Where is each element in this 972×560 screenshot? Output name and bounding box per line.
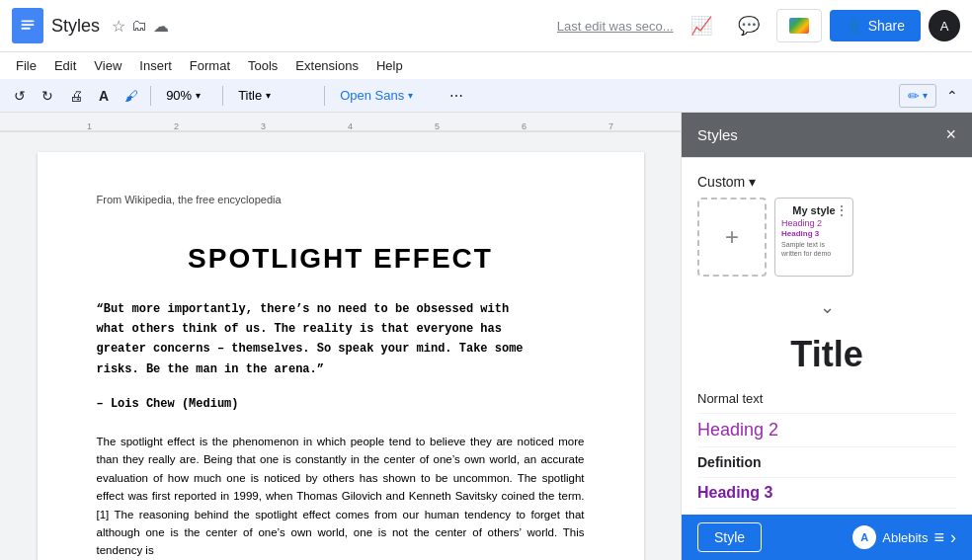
chat-icon[interactable]: 💬: [729, 6, 769, 45]
ruler-mark-3: 3: [261, 121, 266, 131]
undo-button[interactable]: ↺: [8, 84, 32, 108]
font-chevron: ▾: [408, 90, 413, 101]
cloud-icon[interactable]: ☁: [153, 17, 169, 36]
menu-file[interactable]: File: [8, 54, 44, 77]
style-normal-label: Normal text: [697, 391, 763, 406]
avatar: A: [929, 10, 960, 41]
toolbar-right: ✏ ▾ ⌃: [899, 84, 964, 108]
style-card-more-icon[interactable]: ⋮: [835, 202, 849, 218]
custom-chevron-icon: ▾: [749, 174, 756, 190]
doc-main-title: SPOTLIGHT EFFECT: [97, 238, 585, 280]
app-icon: [12, 8, 43, 43]
panel-chevron-right-icon[interactable]: ›: [950, 527, 956, 548]
style-value: Title: [238, 88, 262, 103]
menu-insert[interactable]: Insert: [131, 54, 180, 77]
share-icon: 👤: [846, 18, 862, 34]
style-card-h2: Heading 2: [781, 218, 847, 228]
expand-section[interactable]: ⌄: [682, 288, 972, 326]
ruler-mark-5: 5: [435, 121, 440, 131]
ruler-mark-1: 1: [87, 121, 92, 131]
panel-title: Styles: [697, 126, 945, 143]
doc-author: – Lois Chew (Medium): [97, 395, 585, 413]
ruler-mark-7: 7: [608, 121, 613, 131]
style-item-normal[interactable]: Normal text: [697, 383, 956, 414]
style-select[interactable]: Title ▾: [229, 83, 318, 108]
doc-area: 1 2 3 4 5 6 7 From Wikipedia, the free e…: [0, 113, 681, 560]
zoom-chevron: ▾: [196, 90, 201, 101]
meet-icon: [789, 18, 809, 34]
menu-edit[interactable]: Edit: [46, 54, 84, 77]
style-card-sample: Sample text is written for demo: [781, 240, 847, 258]
toolbar: ↺ ↻ 🖨 A 🖌 90% ▾ Title ▾ Open Sans ▾ ⋯ ✏ …: [0, 79, 972, 113]
styles-panel: Styles × Custom ▾ + ⋮: [681, 113, 972, 560]
menu-extensions[interactable]: Extensions: [287, 54, 366, 77]
folder-icon[interactable]: 🗂: [131, 17, 147, 35]
svg-rect-3: [22, 28, 31, 30]
spellcheck-button[interactable]: A: [93, 84, 115, 108]
style-cards: + ⋮ My style Heading 2 Heading 3 Sample …: [697, 198, 956, 277]
custom-row: Custom ▾: [697, 174, 956, 190]
star-icon[interactable]: ☆: [112, 17, 125, 36]
ablebits-label: Ablebits: [882, 530, 928, 545]
menu-tools[interactable]: Tools: [240, 54, 285, 77]
menu-format[interactable]: Format: [182, 54, 238, 77]
panel-bottom-bar: Style A Ablebits ≡ ›: [682, 515, 972, 560]
ruler-mark-4: 4: [348, 121, 353, 131]
menu-help[interactable]: Help: [368, 54, 411, 77]
ruler: 1 2 3 4 5 6 7: [0, 113, 681, 132]
meet-button[interactable]: [776, 9, 822, 42]
collapse-toolbar-button[interactable]: ⌃: [940, 84, 964, 108]
menu-view[interactable]: View: [86, 54, 129, 77]
font-value: Open Sans: [340, 88, 404, 103]
svg-rect-2: [22, 24, 35, 26]
last-edit-text: Last edit was seco...: [557, 19, 674, 34]
toolbar-divider-1: [150, 86, 151, 106]
style-list: Title Normal text Heading 2 Definition H…: [682, 326, 972, 515]
style-item-definition[interactable]: Definition: [697, 447, 956, 478]
add-icon: +: [725, 223, 739, 251]
style-h2-label: Heading 2: [697, 420, 778, 440]
doc-body: The spotlight effect is the phenomenon i…: [97, 433, 585, 560]
more-button[interactable]: ⋯: [444, 84, 469, 108]
panel-close-button[interactable]: ×: [945, 124, 956, 145]
svg-rect-1: [22, 20, 35, 22]
ruler-mark-2: 2: [174, 121, 179, 131]
custom-dropdown[interactable]: Custom ▾: [697, 174, 756, 190]
title-style-preview: Title: [697, 334, 956, 375]
pencil-icon: ✏: [908, 88, 920, 104]
top-bar: Styles ☆ 🗂 ☁ Last edit was seco... 📈 💬 👤…: [0, 0, 972, 52]
pencil-button[interactable]: ✏ ▾: [899, 84, 936, 108]
add-style-card[interactable]: +: [697, 198, 767, 277]
chevron-down-icon: ⌄: [820, 296, 835, 318]
toolbar-divider-2: [222, 86, 223, 106]
hamburger-icon[interactable]: ≡: [933, 527, 944, 548]
style-item-h2[interactable]: Heading 2: [697, 414, 956, 447]
style-chevron: ▾: [266, 90, 271, 101]
redo-button[interactable]: ↻: [36, 84, 59, 108]
custom-section: Custom ▾ + ⋮ My style Heading 2 Heading …: [682, 170, 972, 288]
style-definition-label: Definition: [697, 454, 762, 470]
ruler-mark-6: 6: [522, 121, 526, 131]
style-h3-label: Heading 3: [697, 484, 772, 501]
print-button[interactable]: 🖨: [63, 84, 89, 108]
style-item-h3[interactable]: Heading 3: [697, 478, 956, 509]
panel-header: Styles ×: [682, 113, 972, 158]
share-text: Share: [868, 18, 905, 34]
my-style-card[interactable]: ⋮ My style Heading 2 Heading 3 Sample te…: [774, 198, 853, 277]
font-select[interactable]: Open Sans ▾: [331, 83, 440, 108]
main-area: 1 2 3 4 5 6 7 From Wikipedia, the free e…: [0, 113, 972, 560]
style-apply-button[interactable]: Style: [697, 522, 762, 552]
share-button[interactable]: 👤 Style Share: [830, 10, 921, 41]
doc-page: From Wikipedia, the free encyclopedia SP…: [38, 152, 644, 560]
doc-quote: “But more importantly, there’s no need t…: [97, 299, 585, 380]
zoom-select[interactable]: 90% ▾: [157, 83, 216, 108]
panel-content[interactable]: Custom ▾ + ⋮ My style Heading 2 Heading …: [682, 158, 972, 515]
doc-scroll[interactable]: From Wikipedia, the free encyclopedia SP…: [0, 132, 681, 560]
trending-icon[interactable]: 📈: [682, 6, 721, 45]
toolbar-divider-3: [324, 86, 325, 106]
doc-subtitle: From Wikipedia, the free encyclopedia: [97, 192, 585, 208]
ablebits-icon: A: [852, 525, 876, 549]
style-card-h3: Heading 3: [781, 229, 847, 238]
paintformat-button[interactable]: 🖌: [119, 84, 144, 108]
title-icons: ☆ 🗂 ☁: [112, 17, 169, 36]
